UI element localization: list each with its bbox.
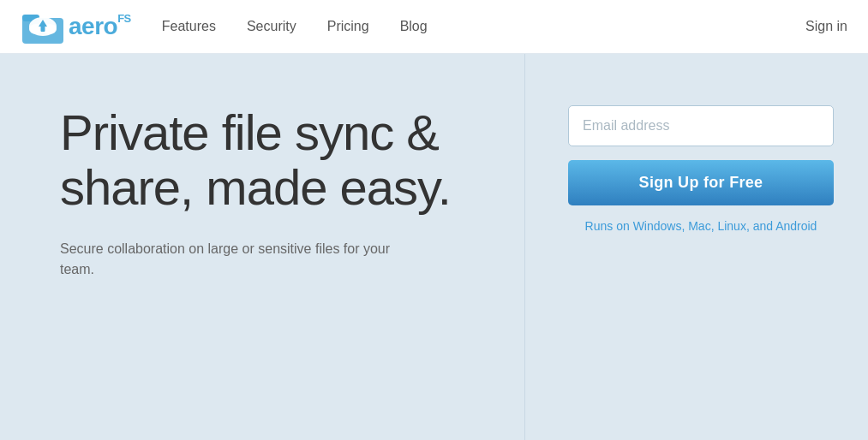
signup-button[interactable]: Sign Up for Free — [568, 160, 834, 205]
signin-link[interactable]: Sign in — [805, 19, 847, 34]
platform-text: Runs on Windows, Mac, Linux, and Android — [568, 219, 834, 233]
nav-link-features[interactable]: Features — [162, 19, 216, 34]
logo-icon — [21, 8, 65, 45]
email-input[interactable] — [568, 105, 834, 146]
nav-link-pricing[interactable]: Pricing — [327, 19, 369, 34]
hero-right: Sign Up for Free Runs on Windows, Mac, L… — [525, 54, 868, 440]
nav-link-security[interactable]: Security — [247, 19, 296, 34]
hero-left: Private file sync & share, made easy. Se… — [0, 54, 525, 440]
logo[interactable]: aeroFS — [21, 8, 131, 45]
hero-section: Private file sync & share, made easy. Se… — [0, 54, 868, 440]
logo-wordmark: aeroFS — [69, 15, 131, 39]
hero-subtext: Secure collaboration on large or sensiti… — [60, 239, 403, 280]
hero-headline: Private file sync & share, made easy. — [60, 105, 482, 215]
nav-links: Features Security Pricing Blog — [162, 19, 805, 34]
navbar: aeroFS Features Security Pricing Blog Si… — [0, 0, 868, 54]
svg-rect-6 — [41, 26, 45, 32]
nav-link-blog[interactable]: Blog — [400, 19, 428, 34]
